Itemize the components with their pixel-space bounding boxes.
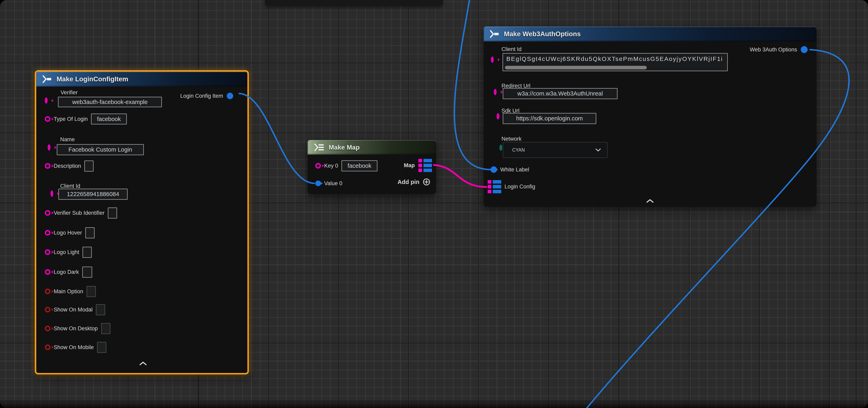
- type-of-login-field[interactable]: facebook: [91, 113, 127, 125]
- node-make-web3authoptions[interactable]: Make Web3AuthOptions Web 3Auth Options C…: [484, 27, 816, 207]
- description-field[interactable]: [84, 161, 94, 172]
- output-pin-label: Web 3Auth Options: [750, 46, 797, 53]
- add-pin-button[interactable]: Add pin: [398, 178, 430, 186]
- show-on-desktop-checkbox[interactable]: [101, 323, 111, 334]
- web3auth-options-output-pin[interactable]: [801, 46, 808, 53]
- graph-canvas[interactable]: Make LoginConfigItem Login Config Item V…: [0, 0, 868, 408]
- show-on-mobile-label: Show On Mobile: [54, 344, 94, 350]
- show-on-desktop-pin[interactable]: [45, 326, 51, 331]
- network-pin[interactable]: [499, 144, 502, 151]
- key0-pin[interactable]: [315, 163, 321, 169]
- type-of-login-label: Type Of Login: [54, 116, 88, 122]
- network-dropdown[interactable]: CYAN: [503, 142, 608, 158]
- client-id-label: Client Id: [60, 183, 80, 189]
- logo-light-label: Logo Light: [54, 249, 79, 256]
- type-of-login-pin[interactable]: [45, 116, 51, 122]
- logo-light-field[interactable]: [83, 247, 92, 258]
- logo-light-pin[interactable]: [45, 249, 51, 255]
- login-config-label: Login Config: [504, 183, 535, 190]
- logo-hover-field[interactable]: [85, 227, 95, 238]
- node-header[interactable]: Make Web3AuthOptions: [484, 27, 816, 41]
- client-id-pin[interactable]: [491, 57, 494, 63]
- verifier-sub-identifier-field[interactable]: [108, 207, 117, 218]
- make-struct-icon: [42, 75, 53, 83]
- logo-dark-label: Logo Dark: [54, 269, 79, 275]
- node-title: Make LoginConfigItem: [57, 75, 128, 83]
- verifier-pin[interactable]: [45, 97, 48, 104]
- add-pin-label: Add pin: [398, 179, 420, 185]
- show-on-mobile-checkbox[interactable]: [97, 342, 106, 353]
- client-id-pin[interactable]: [51, 191, 53, 197]
- login-config-pin[interactable]: [488, 180, 501, 193]
- sdk-url-field[interactable]: https://sdk.openlogin.com: [503, 113, 596, 124]
- description-label: Description: [54, 163, 81, 169]
- value0-pin[interactable]: [315, 180, 321, 186]
- main-option-pin[interactable]: [45, 288, 51, 294]
- node-title: Make Web3AuthOptions: [504, 30, 581, 38]
- wire-map-to-login-config[interactable]: [433, 165, 487, 187]
- collapse-node-chevron-up-icon[interactable]: [139, 362, 147, 366]
- show-on-modal-checkbox[interactable]: [96, 304, 105, 315]
- network-label: Network: [501, 136, 522, 142]
- output-pin-label: Login Config Item: [180, 93, 223, 99]
- node-title: Make Map: [329, 144, 360, 151]
- white-label-label: White Label: [500, 167, 529, 173]
- name-field[interactable]: Facebook Custom Login: [57, 144, 144, 155]
- node-header[interactable]: Make Map: [308, 140, 436, 155]
- client-id-label: Client Id: [501, 46, 522, 53]
- sdk-url-pin[interactable]: [497, 113, 499, 120]
- main-option-checkbox[interactable]: [87, 286, 96, 297]
- show-on-mobile-pin[interactable]: [45, 344, 51, 350]
- dropdown-chevron-icon: [595, 148, 601, 152]
- client-id-field[interactable]: 1222658941886084: [58, 189, 128, 200]
- logo-hover-label: Logo Hover: [54, 230, 82, 236]
- description-pin[interactable]: [45, 163, 51, 169]
- node-make-map[interactable]: Make Map Key 0 facebook Map Value 0 Add …: [308, 140, 436, 194]
- logo-hover-pin[interactable]: [45, 230, 51, 236]
- logo-dark-field[interactable]: [82, 267, 92, 278]
- verifier-sub-identifier-label: Verifier Sub Identifier: [54, 210, 104, 216]
- main-option-label: Main Option: [54, 288, 83, 295]
- verifier-label: Verifier: [61, 90, 78, 96]
- redirect-url-field[interactable]: w3a://com.w3a.Web3AuthUnreal: [503, 88, 618, 99]
- map-output-label: Map: [404, 162, 415, 169]
- collapse-node-chevron-up-icon[interactable]: [646, 199, 654, 203]
- login-config-item-output-pin[interactable]: [227, 93, 233, 99]
- logo-dark-pin[interactable]: [45, 269, 51, 275]
- show-on-modal-label: Show On Modal: [54, 307, 93, 313]
- name-pin[interactable]: [48, 144, 51, 150]
- network-selected-value: CYAN: [512, 147, 525, 153]
- name-label: Name: [60, 136, 75, 143]
- make-map-icon: [313, 143, 324, 151]
- key0-label: Key 0: [324, 163, 338, 169]
- verifier-field[interactable]: web3auth-facebook-example: [58, 97, 162, 107]
- key0-field[interactable]: facebook: [341, 160, 377, 171]
- add-pin-plus-icon: [423, 178, 430, 186]
- map-output-pin[interactable]: [418, 159, 432, 172]
- value0-label: Value 0: [324, 180, 342, 186]
- node-header[interactable]: Make LoginConfigItem: [36, 72, 247, 87]
- redirect-url-pin[interactable]: [494, 89, 497, 95]
- show-on-modal-pin[interactable]: [45, 307, 51, 312]
- offscreen-node-fragment[interactable]: [265, 0, 443, 6]
- blueprint-editor: Make LoginConfigItem Login Config Item V…: [0, 0, 868, 408]
- show-on-desktop-label: Show On Desktop: [54, 326, 98, 332]
- wire-login-config-item-to-value0[interactable]: [239, 94, 315, 183]
- node-make-loginconfigitem[interactable]: Make LoginConfigItem Login Config Item V…: [35, 70, 249, 374]
- verifier-sub-identifier-pin[interactable]: [45, 210, 51, 216]
- make-struct-icon: [489, 30, 500, 38]
- client-id-scrollbar[interactable]: [505, 66, 647, 69]
- white-label-pin[interactable]: [491, 166, 497, 173]
